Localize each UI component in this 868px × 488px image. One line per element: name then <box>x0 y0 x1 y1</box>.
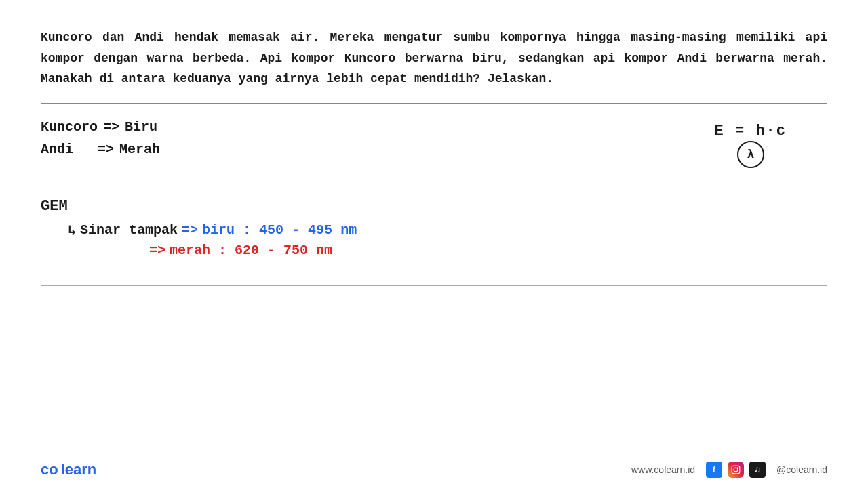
blue-arrow: => <box>182 222 198 238</box>
red-row: => merah : 620 - 750 nm <box>149 243 827 258</box>
kuncoro-color: Biru <box>125 119 157 135</box>
formula-block: E = h·c λ <box>715 123 787 168</box>
empty-line-1 <box>41 285 827 286</box>
sinar-label: Sinar tampak <box>80 222 178 238</box>
gem-section: GEM ↳ Sinar tampak => biru : 450 - 495 n… <box>41 198 827 258</box>
sinar-row: ↳ Sinar tampak => biru : 450 - 495 nm <box>68 222 827 239</box>
kuncoro-label: Kuncoro <box>41 119 98 135</box>
kuncoro-row: Kuncoro => Biru <box>41 119 160 135</box>
andi-color: Merah <box>119 142 160 157</box>
facebook-icon[interactable]: f <box>706 462 722 478</box>
red-arrow: => <box>149 243 165 258</box>
andi-arrow: => <box>98 142 114 157</box>
lambda-symbol: λ <box>747 148 754 161</box>
footer: co learn www.colearn.id f <box>0 451 868 488</box>
main-content: Kuncoro dan Andi hendak memasak air. Mer… <box>0 0 868 451</box>
red-range: merah : 620 - 750 nm <box>170 243 332 258</box>
tiktok-icon[interactable]: ♫ <box>749 462 766 478</box>
empty-lines <box>41 285 827 286</box>
svg-point-2 <box>737 467 738 468</box>
formula-text: E = h·c <box>715 123 787 140</box>
social-icons: f ♫ <box>706 462 766 478</box>
andi-row: Andi => Merah <box>41 142 160 157</box>
page-container: Kuncoro dan Andi hendak memasak air. Mer… <box>0 0 868 488</box>
answer-section: Kuncoro => Biru Andi => Merah E = h·c <box>41 109 827 178</box>
question-text: Kuncoro dan Andi hendak memasak air. Mer… <box>41 27 827 89</box>
svg-rect-0 <box>732 466 740 474</box>
kuncoro-arrow: => <box>103 119 119 135</box>
brand-logo: co learn <box>41 461 96 479</box>
andi-label: Andi <box>41 142 73 157</box>
ig-svg <box>731 465 741 474</box>
tiktok-letter: ♫ <box>754 464 761 475</box>
blue-range: biru : 450 - 495 nm <box>202 222 357 238</box>
instagram-icon[interactable] <box>728 462 744 478</box>
lambda-circle: λ <box>737 141 764 168</box>
kuncoro-andi-block: Kuncoro => Biru Andi => Merah E = h·c <box>41 119 827 168</box>
sinar-block: ↳ Sinar tampak => biru : 450 - 495 nm =>… <box>68 222 827 258</box>
colearn-handle: @colearn.id <box>776 464 827 475</box>
footer-right: www.colearn.id f ♫ <box>631 462 827 478</box>
footer-url: www.colearn.id <box>631 464 695 475</box>
left-labels: Kuncoro => Biru Andi => Merah <box>41 119 160 157</box>
divider-2 <box>41 184 827 184</box>
svg-point-1 <box>734 468 738 472</box>
sinar-arrow: ↳ <box>68 222 76 239</box>
brand-learn: learn <box>61 461 97 479</box>
brand-co: co <box>41 461 58 479</box>
gem-title: GEM <box>41 198 827 215</box>
fb-letter: f <box>713 465 715 475</box>
divider-1 <box>41 103 827 104</box>
